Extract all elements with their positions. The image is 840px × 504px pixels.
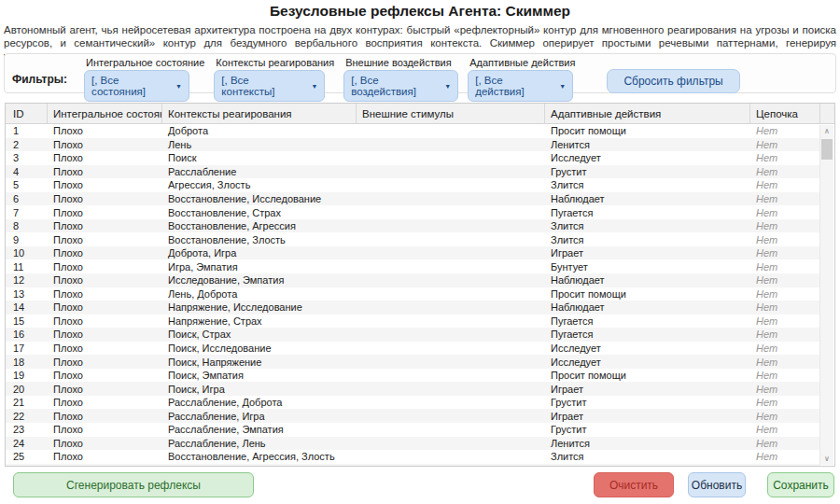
- cell-chain: Нет: [750, 178, 820, 192]
- dropdown-selected-value: [, Все состояния]: [91, 75, 168, 97]
- cell-id: 17: [6, 342, 48, 356]
- chevron-down-icon: ▼: [175, 83, 182, 90]
- cell-chain: Нет: [750, 450, 820, 464]
- cell-id: 13: [6, 287, 48, 301]
- cell-actions: Злится: [545, 232, 750, 246]
- filter-group: Внешние воздействия[, Все воздействия]▼: [343, 54, 458, 102]
- table-row[interactable]: 18ПлохоПоиск, НапряжениеИсследуетНет: [6, 355, 820, 369]
- table-row[interactable]: 5ПлохоАгрессия, ЗлостьЗлитсяНет: [6, 178, 820, 192]
- table-row[interactable]: 13ПлохоЛень, ДобротаПросит помощиНет: [6, 287, 820, 301]
- table-row[interactable]: 26ПлохоВосстановление, Напряжение, Иссле…: [6, 464, 820, 466]
- cell-chain: Нет: [750, 423, 820, 437]
- cell-state: Плохо: [48, 328, 162, 342]
- cell-actions: Пугается: [545, 328, 750, 342]
- cell-chain: Нет: [750, 342, 820, 356]
- column-header[interactable]: Интегральное состояние: [48, 104, 162, 123]
- reflex-table: IDИнтегральное состояниеКонтексты реагир…: [5, 103, 835, 467]
- cell-actions: Грустит: [545, 165, 750, 179]
- table-row[interactable]: 22ПлохоРасслабление, ИграИграетНет: [6, 409, 820, 423]
- filter-label: Внешние воздействия: [345, 57, 458, 68]
- table-row[interactable]: 16ПлохоПоиск, СтрахПугаетсяНет: [6, 328, 820, 342]
- table-row[interactable]: 24ПлохоРасслабление, ЛеньЛенитсяНет: [6, 437, 820, 451]
- cell-stimuli: [357, 423, 545, 437]
- cell-state: Плохо: [48, 192, 162, 206]
- generate-reflexes-button[interactable]: Сгенерировать рефлексы: [13, 472, 254, 497]
- filter-dropdown-0[interactable]: [, Все состояния]▼: [84, 70, 189, 102]
- cell-id: 14: [6, 301, 48, 315]
- table-row[interactable]: 15ПлохоНапряжение, СтрахПугаетсяНет: [6, 315, 820, 329]
- cell-id: 22: [6, 409, 48, 423]
- cell-contexts: Напряжение, Исследование: [162, 301, 357, 315]
- cell-id: 10: [6, 246, 48, 260]
- cell-state: Плохо: [48, 259, 162, 273]
- filter-dropdown-2[interactable]: [, Все воздействия]▼: [343, 70, 458, 102]
- scroll-down-icon[interactable]: ∨: [820, 453, 833, 465]
- cell-state: Плохо: [48, 382, 162, 396]
- vertical-scrollbar[interactable]: ∧ ∨: [819, 125, 833, 465]
- column-header[interactable]: Цепочка: [750, 104, 820, 123]
- cell-actions: Наблюдает: [545, 301, 750, 315]
- cell-stimuli: [357, 450, 545, 464]
- column-header[interactable]: Внешние стимулы: [357, 104, 545, 123]
- reset-filters-button[interactable]: Сбросить фильтры: [607, 69, 739, 93]
- cell-contexts: Поиск, Страх: [162, 328, 357, 342]
- table-row[interactable]: 1ПлохоДобротаПросит помощиНет: [6, 124, 820, 138]
- cell-chain: Нет: [750, 273, 820, 287]
- cell-actions: Пугается: [545, 315, 750, 329]
- table-row[interactable]: 14ПлохоНапряжение, ИсследованиеНаблюдает…: [6, 301, 820, 315]
- cell-stimuli: [357, 138, 545, 152]
- cell-stimuli: [357, 342, 545, 356]
- table-row[interactable]: 12ПлохоИсследование, ЭмпатияНаблюдаетНет: [6, 273, 820, 287]
- table-row[interactable]: 8ПлохоВосстановление, АгрессияЗлитсяНет: [6, 219, 820, 233]
- cell-id: 4: [6, 165, 48, 179]
- table-row[interactable]: 9ПлохоВосстановление, ЗлостьЗлитсяНет: [6, 232, 820, 246]
- clear-button[interactable]: Очистить: [594, 472, 674, 497]
- table-row[interactable]: 11ПлохоИгра, ЭмпатияБунтуетНет: [6, 259, 820, 273]
- cell-chain: Нет: [750, 165, 820, 179]
- cell-state: Плохо: [48, 423, 162, 437]
- cell-actions: Просит помощи: [545, 287, 750, 301]
- cell-stimuli: [357, 437, 545, 451]
- table-row[interactable]: 2ПлохоЛеньЛенитсяНет: [6, 138, 820, 152]
- cell-chain: Нет: [750, 382, 820, 396]
- dropdown-selected-value: [, Все действия]: [475, 75, 552, 97]
- filter-dropdown-3[interactable]: [, Все действия]▼: [468, 70, 573, 102]
- cell-id: 11: [6, 259, 48, 273]
- column-header[interactable]: Адаптивные действия: [545, 104, 750, 123]
- cell-id: 16: [6, 328, 48, 342]
- cell-stimuli: [357, 192, 545, 206]
- table-row[interactable]: 6ПлохоВосстановление, ИсследованиеНаблюд…: [6, 192, 820, 206]
- cell-id: 25: [6, 450, 48, 464]
- cell-chain: Нет: [750, 259, 820, 273]
- cell-actions: Просит помощи: [545, 369, 750, 383]
- filter-label: Интегральное состояние: [86, 57, 204, 68]
- cell-contexts: Поиск, Эмпатия: [162, 369, 357, 383]
- column-header[interactable]: Контексты реагирования: [162, 104, 357, 123]
- table-row[interactable]: 3ПлохоПоискИсследуетНет: [6, 151, 820, 165]
- cell-contexts: Поиск, Исследование: [162, 342, 357, 356]
- table-row[interactable]: 7ПлохоВосстановление, СтрахПугаетсяНет: [6, 205, 820, 219]
- table-row[interactable]: 21ПлохоРасслабление, ДобротаГруститНет: [6, 396, 820, 410]
- cell-contexts: Поиск: [162, 151, 357, 165]
- cell-stimuli: [357, 178, 545, 192]
- table-row[interactable]: 4ПлохоРасслаблениеГруститНет: [6, 165, 820, 179]
- table-row[interactable]: 19ПлохоПоиск, ЭмпатияПросит помощиНет: [6, 369, 820, 383]
- cell-state: Плохо: [48, 315, 162, 329]
- table-row[interactable]: 20ПлохоПоиск, ИграИграетНет: [6, 382, 820, 396]
- table-row[interactable]: 25ПлохоВосстановление, Агрессия, ЗлостьЗ…: [6, 450, 820, 464]
- cell-chain: Нет: [750, 437, 820, 451]
- table-header-row: IDИнтегральное состояниеКонтексты реагир…: [6, 104, 834, 124]
- table-row[interactable]: 17ПлохоПоиск, ИсследованиеИсследуетНет: [6, 342, 820, 356]
- scroll-up-icon[interactable]: ∧: [820, 125, 833, 137]
- column-header[interactable]: ID: [6, 104, 48, 123]
- scrollbar-thumb[interactable]: [821, 139, 833, 160]
- table-row[interactable]: 23ПлохоРасслабление, ЭмпатияГруститНет: [6, 423, 820, 437]
- dropdown-selected-value: [, Все контексты]: [221, 75, 303, 97]
- cell-state: Плохо: [48, 219, 162, 233]
- filter-dropdown-1[interactable]: [, Все контексты]▼: [214, 70, 325, 102]
- refresh-button[interactable]: Обновить: [688, 472, 746, 497]
- table-row[interactable]: 10ПлохоДоброта, ИграИграетНет: [6, 246, 820, 260]
- cell-actions: Ленится: [545, 138, 750, 152]
- save-button[interactable]: Сохранить: [767, 472, 834, 497]
- cell-id: 21: [6, 396, 48, 410]
